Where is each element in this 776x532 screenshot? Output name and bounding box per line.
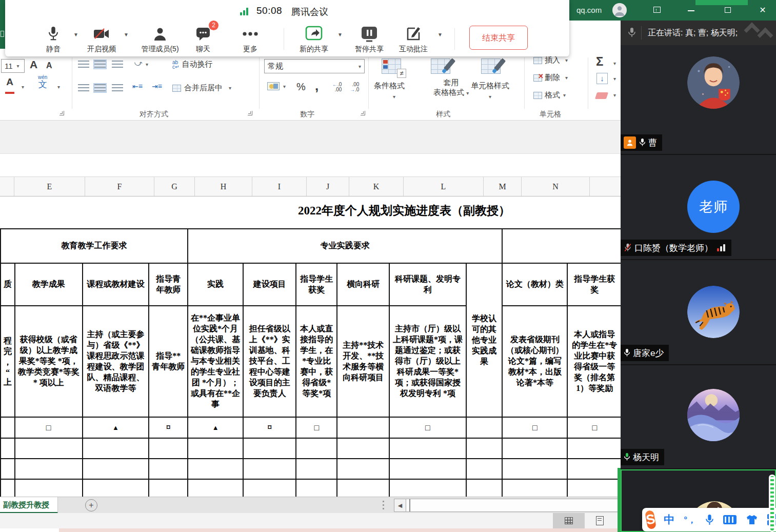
end-share-button[interactable]: 结束共享: [469, 26, 528, 50]
participant-tile[interactable]: 曹: [621, 45, 776, 154]
ime-skin-button[interactable]: [746, 515, 758, 525]
manage-members-button[interactable]: 管理成员(5): [133, 25, 187, 54]
fill-down-icon[interactable]: ↓: [596, 73, 608, 84]
column-header-partial[interactable]: [0, 177, 14, 196]
shrink-font-button[interactable]: A: [46, 61, 52, 70]
chevron-down-icon[interactable]: ▼: [337, 32, 343, 37]
number-format-select[interactable]: 常规 ▾: [264, 59, 365, 73]
symbol-cell[interactable]: □: [502, 417, 567, 438]
ime-chinese-mode-button[interactable]: 中: [664, 513, 674, 527]
maximize-icon[interactable]: [722, 5, 733, 15]
participant-tile[interactable]: 唐家e少: [621, 260, 776, 364]
chevron-down-icon[interactable]: ▾: [613, 61, 616, 66]
sheet-tab-active[interactable]: 副教授升教授: [0, 497, 58, 513]
detail-research-patents[interactable]: 主持市（厅）级以上科研课题*项，课题通过鉴定；或获得市（厅）级以上科研成果一等奖…: [389, 306, 466, 417]
align-center-button[interactable]: [94, 84, 106, 92]
chevron-down-icon[interactable]: ▾: [229, 85, 231, 91]
column-header[interactable]: G: [154, 177, 195, 196]
detail-construction-projects[interactable]: 担任省级以上《**》实训基地、科技平台、工程中心等建设项目的主要负责人: [243, 306, 296, 417]
ime-punctuation-button[interactable]: °，: [684, 514, 696, 526]
chevron-down-icon[interactable]: ▾: [466, 90, 469, 96]
detail-horizontal-research[interactable]: 主持**技术开发、**技术服务等横向科研项目: [337, 306, 389, 417]
subheader-papers[interactable]: 论文（教材）类: [502, 263, 567, 306]
chevron-down-icon[interactable]: ▼: [437, 32, 443, 37]
cell-styles-icon[interactable]: [481, 58, 501, 74]
detail-teaching-results[interactable]: 获得校级（或省级）以上教学成果奖*等奖 *项，教学类竞赛*等奖* 项以上: [15, 306, 83, 417]
subheader-mentor-teachers[interactable]: 指导青 年教师: [149, 263, 187, 306]
ime-keyboard-button[interactable]: [723, 515, 737, 524]
orientation-button[interactable]: ⤻: [134, 58, 143, 68]
normal-view-button[interactable]: [553, 513, 585, 528]
align-middle-button[interactable]: [94, 61, 106, 68]
conditional-format-icon[interactable]: ≠: [382, 58, 401, 74]
symbol-cell[interactable]: [337, 417, 389, 438]
detail-mentor-teachers[interactable]: 指导** 青年教师: [149, 306, 187, 417]
chevron-down-icon[interactable]: ▾: [489, 94, 491, 100]
subheader-construction-projects[interactable]: 建设项目: [243, 263, 296, 306]
detail-papers[interactable]: 发表省级期刊（或核心期刊）论文*篇，编写教材*本，出版论著*本等: [502, 306, 567, 417]
participant-tile[interactable]: 老师 口陈赟（数学老师）: [621, 155, 776, 259]
account-avatar[interactable]: [612, 3, 627, 17]
start-video-button[interactable]: 开启视频: [78, 25, 125, 54]
ime-voice-button[interactable]: [705, 514, 714, 526]
column-headers[interactable]: E F G H I J K L M N: [0, 177, 649, 196]
sogou-logo-icon[interactable]: S: [645, 510, 656, 529]
align-right-button[interactable]: [112, 84, 123, 92]
chat-button[interactable]: 聊天 2: [180, 25, 227, 54]
more-button[interactable]: 更多: [227, 25, 274, 54]
subheader-student-awards[interactable]: 指导学生 获奖: [296, 263, 337, 306]
subheader-student-awards-2[interactable]: 指导学生获奖: [567, 263, 622, 306]
tab-splitter-handle[interactable]: [383, 501, 385, 511]
eraser-icon[interactable]: [595, 92, 608, 99]
symbol-cell[interactable]: □: [296, 417, 337, 438]
phonetic-guide-button[interactable]: wén 文: [38, 75, 47, 89]
alignment-dialog-launcher-icon[interactable]: [248, 111, 252, 115]
chevron-down-icon[interactable]: ▾: [22, 84, 24, 90]
column-header[interactable]: H: [195, 177, 252, 196]
font-color-button[interactable]: A: [5, 77, 14, 95]
subheader-course-materials[interactable]: 课程或教材建设: [83, 263, 149, 306]
chevron-down-icon[interactable]: ▾: [57, 84, 60, 90]
align-bottom-button[interactable]: [112, 61, 123, 68]
autosum-button[interactable]: Σ: [596, 54, 603, 69]
hscroll-thumb[interactable]: [409, 499, 622, 511]
group-header-right[interactable]: [502, 229, 622, 263]
align-left-button[interactable]: [78, 84, 89, 92]
percent-style-button[interactable]: %: [296, 81, 306, 93]
grow-font-button[interactable]: A: [30, 58, 37, 71]
column-header[interactable]: I: [252, 177, 307, 196]
minimize-icon[interactable]: [685, 5, 697, 15]
detail-practice[interactable]: 在**企事业单位实践*个月（公共课、基础课教师指导与本专业相关的学生专业社团 *…: [188, 306, 243, 417]
symbol-cell[interactable]: □: [389, 417, 466, 438]
format-as-table-button[interactable]: 套用 表格格式 ▾: [433, 78, 469, 97]
group-header-teaching[interactable]: 教育教学工作要求: [1, 229, 188, 263]
column-header[interactable]: M: [484, 177, 522, 196]
chevron-down-icon[interactable]: ▾: [565, 57, 568, 63]
chevron-down-icon[interactable]: ▾: [17, 63, 19, 69]
column-header[interactable]: F: [85, 177, 154, 196]
wrap-text-button[interactable]: abc↵ 自动换行: [172, 60, 212, 69]
chevron-down-icon[interactable]: ▾: [565, 75, 568, 81]
chevron-down-icon[interactable]: ▾: [283, 84, 286, 89]
column-header[interactable]: K: [349, 177, 404, 196]
symbol-cell[interactable]: [1, 417, 15, 438]
participant-tile[interactable]: 杨天明: [621, 365, 776, 468]
popout-window-icon[interactable]: [651, 5, 663, 15]
close-icon[interactable]: ✕: [757, 5, 768, 15]
annotate-button[interactable]: 互动批注: [390, 25, 437, 54]
decrease-decimal-button[interactable]: .00→.0: [350, 82, 359, 92]
accounting-format-icon[interactable]: [267, 82, 280, 90]
symbol-cell[interactable]: □: [567, 417, 622, 438]
column-header[interactable]: J: [307, 177, 349, 196]
insert-cells-button[interactable]: 插入 ▾: [533, 55, 568, 65]
formula-bar[interactable]: [0, 154, 622, 177]
worksheet[interactable]: 2022年度个人规划实施进度表（副教授） 教育教学工作要求 专业实践要求 质 教…: [0, 196, 622, 497]
symbol-cell[interactable]: ¤: [149, 417, 187, 438]
increase-indent-icon[interactable]: ⇥≡: [152, 82, 162, 90]
delete-cells-button[interactable]: ✕ 删除 ▾: [533, 73, 568, 83]
symbol-cell[interactable]: □: [15, 417, 83, 438]
page-layout-view-button[interactable]: [588, 513, 611, 528]
horizontal-scrollbar[interactable]: [406, 499, 622, 512]
cell-styles-button[interactable]: 单元格样式: [471, 81, 509, 91]
subheader-teaching-results[interactable]: 教学成果: [15, 263, 83, 306]
